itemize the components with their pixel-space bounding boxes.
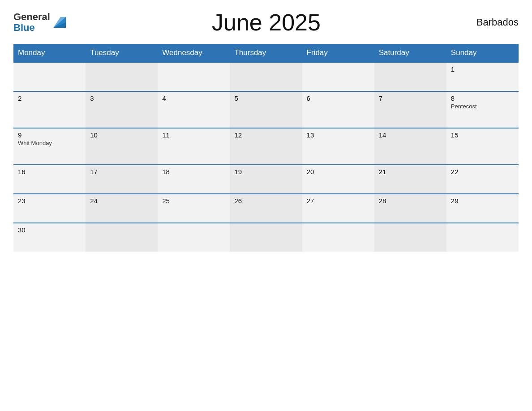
header-sunday: Sunday bbox=[446, 44, 519, 62]
weekday-header-row: Monday Tuesday Wednesday Thursday Friday… bbox=[13, 44, 519, 62]
day-number: 16 bbox=[18, 168, 81, 176]
calendar-week-row: 2345678Pentecost bbox=[13, 91, 519, 128]
logo-text: General Blue bbox=[13, 12, 50, 33]
day-number: 19 bbox=[234, 168, 297, 176]
calendar-table: Monday Tuesday Wednesday Thursday Friday… bbox=[13, 44, 519, 252]
day-number: 24 bbox=[90, 197, 153, 205]
calendar-day-cell: 2 bbox=[13, 91, 86, 128]
calendar-day-cell: 18 bbox=[158, 165, 230, 194]
day-number: 2 bbox=[18, 94, 81, 102]
calendar-day-cell bbox=[86, 62, 158, 91]
calendar-week-row: 30 bbox=[13, 223, 519, 252]
header-saturday: Saturday bbox=[374, 44, 446, 62]
calendar-day-cell: 4 bbox=[158, 91, 230, 128]
logo-triangle-icon bbox=[51, 13, 68, 31]
header-tuesday: Tuesday bbox=[86, 44, 158, 62]
calendar-day-cell: 29 bbox=[446, 194, 519, 223]
calendar-day-cell bbox=[13, 62, 86, 91]
calendar-day-cell bbox=[158, 62, 230, 91]
day-number: 10 bbox=[90, 131, 153, 139]
header-monday: Monday bbox=[13, 44, 86, 62]
day-number: 13 bbox=[307, 131, 370, 139]
calendar-day-cell bbox=[230, 62, 302, 91]
day-number: 17 bbox=[90, 168, 153, 176]
calendar-day-cell: 26 bbox=[230, 194, 302, 223]
calendar-day-cell: 6 bbox=[302, 91, 374, 128]
day-number: 4 bbox=[162, 94, 225, 102]
day-number: 6 bbox=[307, 94, 370, 102]
calendar-day-cell: 5 bbox=[230, 91, 302, 128]
calendar-day-cell: 16 bbox=[13, 165, 86, 194]
logo-general-text: General bbox=[13, 12, 50, 22]
day-number: 30 bbox=[18, 226, 81, 234]
calendar-day-cell bbox=[302, 223, 374, 252]
day-number: 27 bbox=[307, 197, 370, 205]
day-number: 21 bbox=[379, 168, 442, 176]
calendar-day-cell: 17 bbox=[86, 165, 158, 194]
calendar-day-cell bbox=[158, 223, 230, 252]
calendar-day-cell: 1 bbox=[446, 62, 519, 91]
calendar-week-row: 9Whit Monday101112131415 bbox=[13, 128, 519, 165]
page-header: General Blue June 2025 Barbados bbox=[13, 9, 519, 36]
calendar-day-cell bbox=[86, 223, 158, 252]
calendar-day-cell: 10 bbox=[86, 128, 158, 165]
calendar-day-cell: 25 bbox=[158, 194, 230, 223]
calendar-day-cell: 7 bbox=[374, 91, 446, 128]
holiday-label: Whit Monday bbox=[18, 140, 81, 146]
calendar-day-cell: 8Pentecost bbox=[446, 91, 519, 128]
day-number: 3 bbox=[90, 94, 153, 102]
country-label: Barbados bbox=[465, 17, 519, 28]
calendar-day-cell: 20 bbox=[302, 165, 374, 194]
calendar-day-cell: 27 bbox=[302, 194, 374, 223]
calendar-day-cell: 24 bbox=[86, 194, 158, 223]
calendar-day-cell: 12 bbox=[230, 128, 302, 165]
holiday-label: Pentecost bbox=[451, 103, 514, 110]
calendar-day-cell: 9Whit Monday bbox=[13, 128, 86, 165]
calendar-day-cell: 13 bbox=[302, 128, 374, 165]
calendar-day-cell: 3 bbox=[86, 91, 158, 128]
day-number: 14 bbox=[379, 131, 442, 139]
calendar-day-cell: 19 bbox=[230, 165, 302, 194]
calendar-title: June 2025 bbox=[68, 9, 465, 36]
header-friday: Friday bbox=[302, 44, 374, 62]
calendar-day-cell: 30 bbox=[13, 223, 86, 252]
day-number: 29 bbox=[451, 197, 514, 205]
day-number: 26 bbox=[234, 197, 297, 205]
day-number: 22 bbox=[451, 168, 514, 176]
day-number: 28 bbox=[379, 197, 442, 205]
calendar-day-cell: 23 bbox=[13, 194, 86, 223]
day-number: 20 bbox=[307, 168, 370, 176]
calendar-day-cell: 21 bbox=[374, 165, 446, 194]
day-number: 15 bbox=[451, 131, 514, 139]
calendar-day-cell: 22 bbox=[446, 165, 519, 194]
calendar-week-row: 16171819202122 bbox=[13, 165, 519, 194]
day-number: 1 bbox=[451, 65, 514, 73]
day-number: 23 bbox=[18, 197, 81, 205]
day-number: 25 bbox=[162, 197, 225, 205]
calendar-day-cell bbox=[374, 223, 446, 252]
day-number: 9 bbox=[18, 131, 81, 139]
day-number: 5 bbox=[234, 94, 297, 102]
calendar-day-cell bbox=[302, 62, 374, 91]
calendar-day-cell bbox=[374, 62, 446, 91]
header-wednesday: Wednesday bbox=[158, 44, 230, 62]
logo-blue-text: Blue bbox=[13, 22, 50, 33]
day-number: 18 bbox=[162, 168, 225, 176]
calendar-day-cell: 14 bbox=[374, 128, 446, 165]
calendar-week-row: 1 bbox=[13, 62, 519, 91]
calendar-day-cell: 11 bbox=[158, 128, 230, 165]
calendar-day-cell bbox=[230, 223, 302, 252]
header-thursday: Thursday bbox=[230, 44, 302, 62]
calendar-day-cell bbox=[446, 223, 519, 252]
day-number: 11 bbox=[162, 131, 225, 139]
day-number: 12 bbox=[234, 131, 297, 139]
calendar-week-row: 23242526272829 bbox=[13, 194, 519, 223]
day-number: 8 bbox=[451, 94, 514, 102]
calendar-day-cell: 15 bbox=[446, 128, 519, 165]
calendar-day-cell: 28 bbox=[374, 194, 446, 223]
logo: General Blue bbox=[13, 12, 68, 33]
day-number: 7 bbox=[379, 94, 442, 102]
